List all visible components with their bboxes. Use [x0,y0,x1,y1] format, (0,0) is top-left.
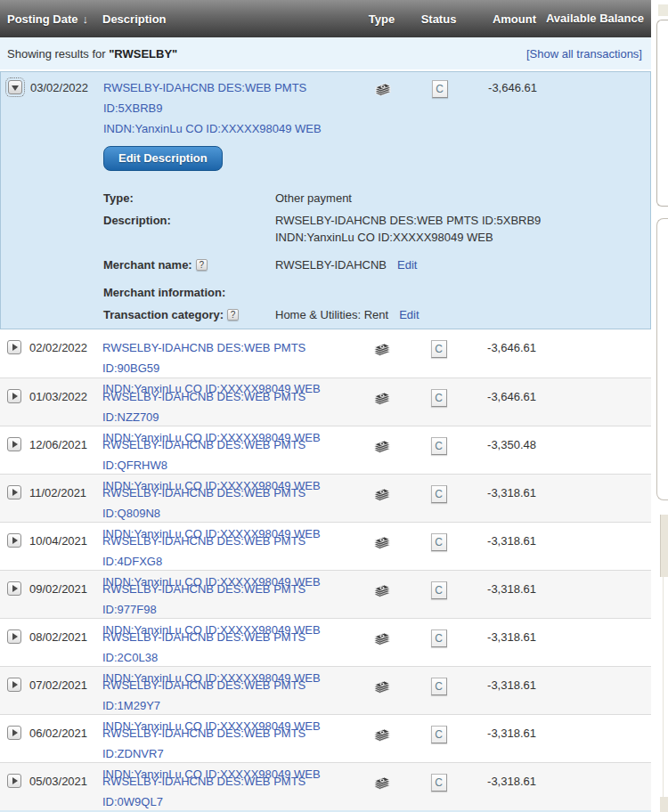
expand-row-button[interactable] [7,726,21,740]
posting-date: 07/02/2021 [29,675,87,695]
column-available-balance[interactable]: Available Balance [536,12,651,26]
results-text: Showing results for "RWSELBY" [7,47,177,61]
status-badge[interactable]: C [431,581,447,599]
chevron-down-icon [12,85,19,91]
results-bar: Showing results for "RWSELBY" [Show all … [0,37,651,69]
detail-type: Type: Other payment [103,190,650,207]
right-rail [651,0,668,812]
transaction-rows: 02/02/2022 RWSELBY-IDAHCNB DES:WEB PMTS … [0,329,651,810]
help-icon[interactable]: ? [227,309,239,321]
clipped-panel-edge [658,4,668,16]
row-date-cell: 05/03/2021 [0,771,95,812]
transaction-description-link[interactable]: RWSELBY-IDAHCNB DES:WEB PMTS ID:5XBRB9IN… [103,77,354,139]
edit-category-link[interactable]: Edit [399,308,419,321]
status-badge[interactable]: C [431,485,447,503]
money-stack-icon [373,80,393,97]
posting-date: 12/06/2021 [29,434,87,455]
row-date-cell: 03/02/2022 [1,77,96,139]
chevron-right-icon [12,777,18,784]
search-query: "RWSELBY" [109,47,177,61]
edit-merchant-name-link[interactable]: Edit [397,258,417,272]
expand-row-button[interactable] [7,485,21,499]
status-badge[interactable]: C [432,80,448,98]
detail-type-value: Other payment [275,190,650,207]
expanded-summary-row: 03/02/2022 RWSELBY-IDAHCNB DES:WEB PMTS … [1,72,650,139]
edit-description-button[interactable]: Edit Description [103,146,223,171]
posting-date: 08/02/2021 [29,627,87,647]
status-badge[interactable]: C [431,389,447,407]
money-stack-icon [372,389,392,406]
status-badge[interactable]: C [431,340,447,358]
money-stack-icon [372,581,392,598]
available-balance-cell [536,771,651,812]
expand-row-button[interactable] [7,581,21,596]
transaction-amount: -3,646.61 [468,77,537,139]
collapse-row-button[interactable] [8,80,22,94]
detail-description: Description: RWSELBY-IDAHCNB DES:WEB PMT… [103,212,650,246]
clipped-panel-edge [660,797,668,812]
detail-description-value: RWSELBY-IDAHCNB DES:WEB PMTS ID:5XBRB9IN… [275,212,650,246]
posting-date: 10/04/2021 [29,531,87,551]
chevron-right-icon [12,681,18,688]
transaction-description-link[interactable]: RWSELBY-IDAHCNB DES:WEB PMTS ID:0W9QL7IN… [102,771,354,812]
payment-type-icon [372,345,392,360]
detail-merchant-info: Merchant information: [103,284,650,301]
posting-date: 03/02/2022 [30,77,88,98]
show-all-transactions-link[interactable]: [Show all transactions] [526,47,642,61]
sort-descending-icon: ↓ [82,12,88,26]
column-amount[interactable]: Amount [468,12,536,26]
status-badge[interactable]: C [431,629,447,647]
row-description-cell: RWSELBY-IDAHCNB DES:WEB PMTS ID:0W9QL7IN… [95,771,354,812]
payment-type-icon [372,778,392,793]
posting-date: 01/03/2022 [29,386,87,407]
available-balance-cell [537,77,650,139]
money-stack-icon [372,629,392,646]
payment-type-icon [373,85,393,100]
clipped-card-edge [656,218,668,500]
money-stack-icon [372,678,392,694]
expand-row-button[interactable] [7,389,21,403]
transaction-amount: -3,318.61 [468,771,536,812]
expand-row-button[interactable] [7,437,21,451]
posting-date: 02/02/2022 [29,337,87,358]
row-status-cell: C [411,77,468,139]
transaction-details: Type: Other payment Description: RWSELBY… [103,190,650,323]
payment-type-icon [372,442,392,457]
column-type[interactable]: Type [354,12,410,26]
money-stack-icon [372,485,392,502]
money-stack-icon [372,437,392,454]
payment-type-icon [372,634,392,649]
status-badge[interactable]: C [431,533,447,551]
chevron-right-icon [12,441,18,448]
expand-row-button[interactable] [7,774,21,788]
detail-merchant-info-value [275,284,650,301]
detail-merchant-name: Merchant name:? RWSELBY-IDAHCNBEdit [103,256,650,273]
chevron-right-icon [12,344,18,351]
status-badge[interactable]: C [431,437,447,455]
detail-merchant-info-label: Merchant information: [103,284,275,301]
column-description[interactable]: Description [95,12,354,26]
money-stack-icon [372,774,392,791]
expand-row-button[interactable] [7,340,21,354]
table-row: 02/02/2022 RWSELBY-IDAHCNB DES:WEB PMTS … [0,329,651,378]
payment-type-icon [372,682,392,697]
chevron-right-icon [12,729,18,736]
status-badge[interactable]: C [431,774,447,792]
column-posting-date-label: Posting Date [7,12,77,26]
expand-row-button[interactable] [7,533,21,548]
column-posting-date[interactable]: Posting Date↓ [0,12,95,26]
help-icon[interactable]: ? [196,259,208,271]
status-badge[interactable]: C [431,726,447,743]
expand-row-button[interactable] [7,678,21,692]
posting-date: 11/02/2021 [29,483,86,503]
expanded-transaction: 03/02/2022 RWSELBY-IDAHCNB DES:WEB PMTS … [0,71,651,329]
expand-row-button[interactable] [7,629,21,644]
row-type-cell [354,771,410,812]
detail-category-label: Transaction category:? [103,306,275,323]
detail-merchant-name-value: RWSELBY-IDAHCNBEdit [275,256,650,273]
detail-category: Transaction category:? Home & Utilities:… [103,306,650,323]
column-status[interactable]: Status [410,12,468,26]
payment-type-icon [372,586,392,601]
status-badge[interactable]: C [431,678,447,695]
row-description-cell: RWSELBY-IDAHCNB DES:WEB PMTS ID:5XBRB9IN… [96,77,354,139]
